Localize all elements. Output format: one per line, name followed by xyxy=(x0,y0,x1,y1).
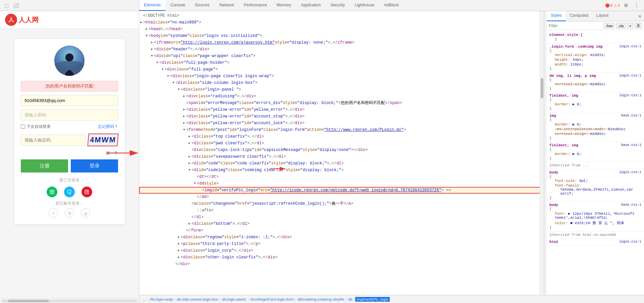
collapse-icon[interactable]: ▶ xyxy=(150,46,154,52)
tab-performance[interactable]: Performance xyxy=(239,0,272,11)
toggle-style-btn[interactable]: ☰ xyxy=(635,23,642,29)
dom-line-header[interactable]: ▶ <div id="header" >…</div> xyxy=(139,46,544,53)
dom-line-loginpage[interactable]: ▼ <div class="login-page clearfix login-… xyxy=(139,73,544,80)
settings-icon[interactable]: ⚙ xyxy=(621,1,631,10)
weibo-icon[interactable]: 微 xyxy=(82,187,92,197)
dom-line-dl-top[interactable]: ▶ <dl class="top clearfix" >…</dl> xyxy=(139,133,544,140)
collapse-icon[interactable]: ▼ xyxy=(193,181,197,187)
style-source[interactable]: login.css:1 xyxy=(619,240,641,244)
collapse-icon[interactable]: ▼ xyxy=(166,73,170,79)
dom-line-radiusing[interactable]: ▶ <div class="radiusing" >…</div> xyxy=(139,93,544,100)
collapse-icon[interactable]: ▼ xyxy=(155,60,159,66)
collapse-icon[interactable]: ▼ xyxy=(145,33,149,39)
dom-line-iframe[interactable]: ▶ <iframe src="http://login.renren.com/a… xyxy=(139,39,544,46)
dom-line-otherlogin[interactable]: ▶ <div class="other-login clearfix" >…</… xyxy=(139,254,544,261)
breadcrumb-form[interactable]: form#loginForm.login-form xyxy=(250,297,295,301)
dom-line-opi[interactable]: ▼ <div id="opi" class="page-wrapper clea… xyxy=(139,53,544,59)
qq-icon[interactable]: Q xyxy=(64,187,75,197)
tab-lighthouse[interactable]: Lighthouse xyxy=(350,0,379,11)
resize-handle[interactable] xyxy=(544,11,547,295)
dom-line-body[interactable]: ▼ <body id="syshome" class="login vsc-in… xyxy=(139,33,544,39)
refresh-captcha-link[interactable]: 换一个 xyxy=(21,150,118,156)
tab-network[interactable]: Network xyxy=(215,0,239,11)
dom-line-errormsg[interactable]: <span id="errorMessage" class="errors_di… xyxy=(139,100,544,106)
dom-line-head[interactable]: ▶ <head> … </head> xyxy=(139,26,544,33)
collapse-icon[interactable]: ▶ xyxy=(187,140,192,146)
breadcrumb-dd[interactable]: dd xyxy=(347,297,353,301)
style-source[interactable]: base.css:1 xyxy=(621,143,641,147)
tab-layout[interactable]: Layout xyxy=(592,11,612,21)
dom-line-yellowerror1[interactable]: ▶ <div class="yellow-error" id="yellow_e… xyxy=(139,106,544,113)
collapse-icon[interactable]: ▶ xyxy=(177,254,181,260)
collapse-icon[interactable]: ▼ xyxy=(171,80,175,86)
inspect-icon[interactable]: ⬚ xyxy=(3,2,10,9)
other-icon-1[interactable]: ○ xyxy=(49,208,58,218)
captcha-input[interactable] xyxy=(21,135,85,146)
dom-line-dt[interactable]: <dt ></dt> xyxy=(139,173,544,180)
breadcrumb-loginwrap[interactable]: rfix.login-wrap xyxy=(149,297,174,301)
style-source[interactable]: login.css:1 xyxy=(619,45,641,48)
dom-line-sidecolumn[interactable]: ▼ <div class="side-column login-box" > xyxy=(139,80,544,86)
breadcrumb-codeimg[interactable]: dl#codeimg.codeimg.clearfix xyxy=(297,297,345,301)
collapse-icon[interactable]: ▶ xyxy=(187,134,192,140)
tab-styles[interactable]: Styles xyxy=(547,11,566,21)
dom-line-thirdparty[interactable]: ▶ <p class="third-party-title" >…</p> xyxy=(139,241,544,247)
collapse-icon[interactable]: ▼ xyxy=(182,127,186,133)
breadcrumb-img[interactable]: img#verifyPic_login xyxy=(355,297,390,302)
tab-adblock[interactable]: AdBlock xyxy=(379,0,404,11)
tab-computed[interactable]: Computed xyxy=(566,11,592,21)
dom-line-regnow[interactable]: ▶ <div class="regnow" style="z-index: -1… xyxy=(139,234,544,241)
collapse-icon[interactable]: ▼ xyxy=(177,87,181,93)
dom-line-yellowerror3[interactable]: ▶ <div class="yellow-error" id="account_… xyxy=(139,120,544,127)
dom-line-fullpageholder[interactable]: ▼ <div class="full-page-holder" > xyxy=(139,59,544,66)
collapse-icon[interactable]: ▶ xyxy=(187,221,192,227)
dom-line-img-verifypic[interactable]: <img id="verifyPic_login" src="http://ic… xyxy=(139,187,544,194)
style-source[interactable]: login.css:1 xyxy=(619,170,641,174)
collapse-icon[interactable]: ▼ xyxy=(187,167,192,173)
username-input[interactable] xyxy=(21,95,118,106)
remember-checkbox[interactable] xyxy=(21,124,25,129)
styles-more-btn[interactable]: » xyxy=(636,11,644,21)
tab-security[interactable]: Security xyxy=(326,0,350,11)
cls-filter-btn[interactable]: .cls xyxy=(616,23,626,29)
dom-line-changeone[interactable]: <a class="changeone" href="javascript:re… xyxy=(139,200,544,207)
more-options-icon[interactable]: ⋮ xyxy=(632,1,641,10)
tab-application[interactable]: Application xyxy=(296,0,326,11)
collapse-icon[interactable]: ▶ xyxy=(187,154,192,160)
style-source[interactable]: base.css:1 xyxy=(621,114,641,117)
tab-elements[interactable]: Elements xyxy=(139,0,166,11)
dom-line-logincorp[interactable]: ▶ <div class="login_corp" >…</div> xyxy=(139,247,544,254)
dom-line-yellowerror2[interactable]: ▶ <div class="yellow-error" id="account_… xyxy=(139,113,544,120)
collapse-icon[interactable]: ▶ xyxy=(182,113,186,119)
add-style-btn[interactable]: + xyxy=(627,23,633,29)
breadcrumb-ellipsis[interactable]: ... xyxy=(142,297,147,301)
dom-line-codeimg[interactable]: ▼ <dl id="codeimg" class="codeimg clearf… xyxy=(139,167,544,173)
tab-console[interactable]: Console xyxy=(166,0,190,11)
dom-line-after[interactable]: ::after xyxy=(139,207,544,214)
collapse-icon[interactable]: ▶ xyxy=(182,93,186,99)
collapse-icon[interactable]: ▶ xyxy=(145,26,149,32)
dom-line-loginpanel[interactable]: ▼ <div class="login-panel " > xyxy=(139,86,544,93)
dom-line-form[interactable]: ▼ <form method="post" id="loginForm" cla… xyxy=(139,127,544,133)
dom-line-dd-style[interactable]: ▼ <dd style > xyxy=(139,180,544,187)
dom-line-form-close[interactable]: </form> xyxy=(139,227,544,234)
collapse-icon[interactable]: ▶ xyxy=(177,234,181,240)
dom-line-dd-close[interactable]: </dd> xyxy=(139,194,544,200)
collapse-icon[interactable]: ▶ xyxy=(177,241,181,247)
dom-tree[interactable]: <!DOCTYPE html> ▶ <html class="nx-main98… xyxy=(139,11,544,295)
dom-line-dl-pwd[interactable]: ▶ <dl class="pwd clearfix" >…</dl> xyxy=(139,140,544,147)
warn-count[interactable]: ⚠8 xyxy=(614,3,620,8)
login-button[interactable]: 登录 xyxy=(71,159,118,172)
dom-line-savepwd[interactable]: ▶ <dl class="savepassword clearfix" >…</… xyxy=(139,153,544,160)
collapse-icon[interactable]: ▼ xyxy=(150,53,154,59)
dom-line-code[interactable]: ▶ <dl id="code" class="code clearfix" st… xyxy=(139,160,544,167)
breadcrumb-sidecolumn[interactable]: div.side-column.login-box xyxy=(176,297,219,301)
collapse-icon[interactable]: ▶ xyxy=(150,40,154,46)
dom-line-fullpage[interactable]: ▼ <div class="full-page" > xyxy=(139,66,544,73)
collapse-icon[interactable]: ▶ xyxy=(182,120,186,126)
dom-line-html[interactable]: ▶ <html class="nx-main980" > xyxy=(139,19,544,26)
collapse-icon[interactable]: ▶ xyxy=(139,19,143,26)
wechat-icon[interactable]: 微 xyxy=(47,187,57,197)
dom-line-doctype[interactable]: <!DOCTYPE html> xyxy=(139,12,544,19)
style-source[interactable]: base.css:1 xyxy=(621,203,641,207)
